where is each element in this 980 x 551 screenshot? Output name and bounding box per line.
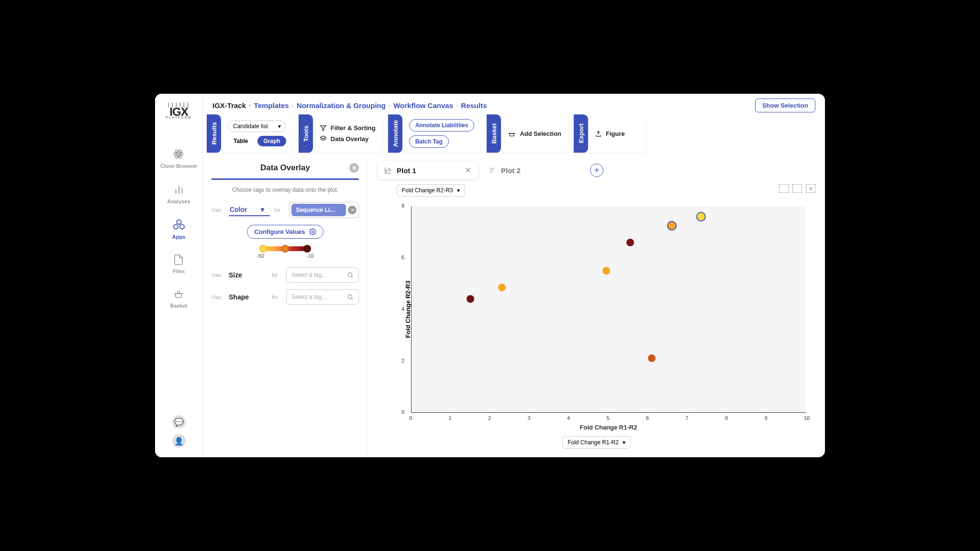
data-point[interactable] xyxy=(668,222,676,230)
export-figure-button[interactable]: Figure xyxy=(595,130,639,137)
batch-tag-button[interactable]: Batch Tag xyxy=(409,135,449,148)
gear-icon xyxy=(309,228,316,235)
view-graph-toggle[interactable]: Graph xyxy=(257,136,286,146)
sidebar-item-clone-browser[interactable]: Clone Browser xyxy=(160,148,198,169)
svg-point-21 xyxy=(390,170,390,171)
breadcrumb-current: Results xyxy=(461,101,487,110)
clear-tag-button[interactable]: ✕ xyxy=(348,206,356,214)
data-point[interactable] xyxy=(697,213,705,220)
annotate-liabilities-button[interactable]: Annotate Liabilities xyxy=(409,119,475,132)
breadcrumb-root: IGX-Track xyxy=(212,101,246,110)
show-selection-button[interactable]: Show Selection xyxy=(755,99,815,112)
svg-point-19 xyxy=(386,171,387,172)
ribbon-export: Export Figure xyxy=(574,114,646,153)
bars-icon xyxy=(489,166,496,174)
view-table-toggle[interactable]: Table xyxy=(228,136,254,146)
svg-point-13 xyxy=(348,273,352,277)
ribbon-basket: Basket Add Selection xyxy=(487,114,568,153)
candidate-list-dropdown[interactable]: Candidate list ▾ xyxy=(228,121,286,132)
ribbon-tab-label: Annotate xyxy=(388,114,402,153)
overlay-row-shape: Use Shape for Select a tag... xyxy=(212,289,359,305)
chevron-down-icon: ▾ xyxy=(278,123,281,130)
ribbon-tools: Tools Filter & Sorting Data Overlay xyxy=(299,114,382,153)
data-point[interactable] xyxy=(467,295,474,303)
ribbon-tab-label: Results xyxy=(207,114,221,153)
chevron-down-icon: ▾ xyxy=(261,206,264,213)
panel-title: Data Overlay xyxy=(260,163,310,173)
close-panel-button[interactable]: ✕ xyxy=(349,163,359,173)
add-plot-button[interactable]: + xyxy=(590,164,603,177)
panel-hint: Choose tags to overlay data onto the plo… xyxy=(212,187,359,193)
basket-add-icon xyxy=(508,130,516,138)
configure-values-button[interactable]: Configure Values xyxy=(247,225,323,239)
add-selection-button[interactable]: Add Selection xyxy=(508,130,561,138)
svg-line-14 xyxy=(351,276,353,278)
basket-icon xyxy=(173,288,184,300)
sidebar-label: Clone Browser xyxy=(160,163,198,169)
ribbon-tab-label: Basket xyxy=(487,114,501,153)
bar-chart-icon xyxy=(173,183,185,196)
overlay-row-size: Use Size for Select a tag... xyxy=(212,267,359,283)
logo: ┃┃┃┃┃┃ IGX PLATFORM xyxy=(166,103,191,119)
ribbon-tab-label: Tools xyxy=(299,114,313,153)
plot-area: Plot 1 ✕ Plot 2 + Fold Change R2-R3 ▾ xyxy=(368,156,825,457)
breadcrumb-item[interactable]: Workflow Canvas xyxy=(393,101,453,110)
scatter-icon xyxy=(384,166,392,174)
svg-point-0 xyxy=(178,153,179,155)
color-gradient-legend xyxy=(261,246,309,251)
chat-icon[interactable]: 💬 xyxy=(172,415,186,429)
data-point[interactable] xyxy=(648,354,656,362)
data-point[interactable] xyxy=(626,239,634,246)
data-overlay-button[interactable]: Data Overlay xyxy=(320,135,376,143)
color-tag-field[interactable]: Sequence Li... ✕ xyxy=(289,202,359,218)
breadcrumb: IGX-Track • Templates › Normalization & … xyxy=(203,94,825,114)
chart-container: Fold Change R2-R3 ▾ ✕ 02468012345678910F… xyxy=(378,184,815,449)
main: IGX-Track • Templates › Normalization & … xyxy=(203,94,825,457)
sidebar-label: Basket xyxy=(170,303,187,309)
sidebar-label: Analyses xyxy=(167,198,190,204)
svg-marker-8 xyxy=(321,126,326,131)
lasso-tool[interactable] xyxy=(792,184,802,193)
file-icon xyxy=(173,254,184,265)
svg-line-16 xyxy=(351,298,353,300)
close-plot-tab[interactable]: ✕ xyxy=(465,166,471,175)
ribbon-tab-label: Export xyxy=(574,114,588,153)
svg-point-20 xyxy=(388,169,389,170)
filter-sorting-button[interactable]: Filter & Sorting xyxy=(320,124,376,132)
x-axis-select[interactable]: Fold Change R1-R2 ▾ xyxy=(562,436,631,449)
svg-point-1 xyxy=(174,152,184,156)
chevron-down-icon: ▾ xyxy=(457,187,460,194)
legend-max: -10 xyxy=(306,253,314,259)
sidebar-item-basket[interactable]: Basket xyxy=(170,288,187,309)
overlay-row-color: Use Color ▾ for Sequence Li... ✕ xyxy=(212,202,359,218)
cubes-icon xyxy=(173,219,185,231)
data-point[interactable] xyxy=(498,284,506,291)
sidebar: ┃┃┃┃┃┃ IGX PLATFORM Clone Browser Analys… xyxy=(155,94,203,457)
sidebar-item-apps[interactable]: Apps xyxy=(172,219,186,240)
select-box-tool[interactable] xyxy=(779,184,789,193)
ribbon-results: Results Candidate list ▾ Table Graph xyxy=(207,114,293,153)
user-avatar[interactable]: 👤 xyxy=(172,434,186,448)
content: Data Overlay ✕ Choose tags to overlay da… xyxy=(203,156,825,457)
chart-tools: ✕ xyxy=(779,184,815,193)
y-axis-select[interactable]: Fold Change R2-R3 ▾ xyxy=(397,184,465,197)
sidebar-item-analyses[interactable]: Analyses xyxy=(167,183,190,204)
breadcrumb-item[interactable]: Templates xyxy=(254,101,289,110)
atom-icon xyxy=(172,148,185,160)
chevron-down-icon: ▾ xyxy=(623,439,625,446)
plot-tab-1[interactable]: Plot 1 ✕ xyxy=(378,161,478,179)
sidebar-item-files[interactable]: Files xyxy=(173,254,185,274)
scatter-chart[interactable]: 02468012345678910Fold Change R2-R3Fold C… xyxy=(378,201,815,431)
sidebar-label: Files xyxy=(173,268,185,274)
clear-selection-tool[interactable]: ✕ xyxy=(806,184,815,193)
filter-icon xyxy=(320,124,327,132)
shape-tag-select[interactable]: Select a tag... xyxy=(286,289,359,305)
data-point[interactable] xyxy=(602,267,610,275)
size-tag-select[interactable]: Select a tag... xyxy=(286,267,359,283)
breadcrumb-item[interactable]: Normalization & Grouping xyxy=(297,101,386,110)
plot-tab-2[interactable]: Plot 2 xyxy=(482,162,582,179)
layers-icon xyxy=(320,135,327,143)
ribbon: Results Candidate list ▾ Table Graph Too… xyxy=(203,114,825,156)
color-select[interactable]: Color ▾ xyxy=(229,204,270,216)
svg-point-12 xyxy=(312,231,313,233)
